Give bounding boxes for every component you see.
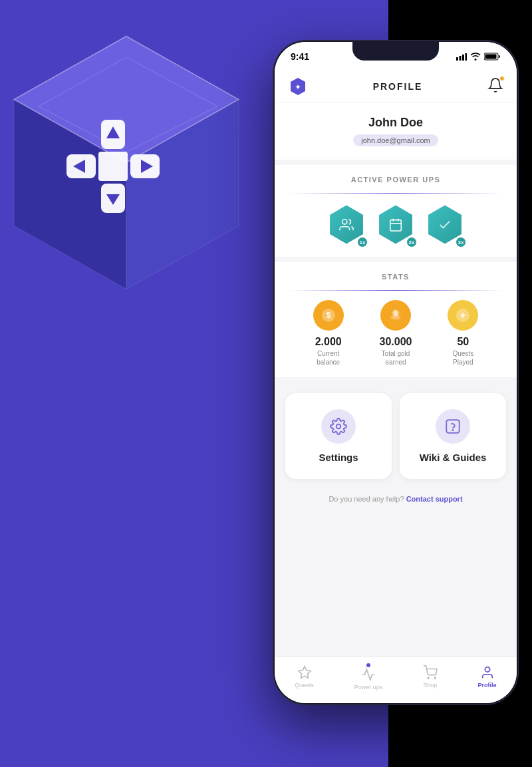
svg-text:✦: ✦ — [295, 82, 301, 92]
stats-title: STATS — [288, 273, 503, 281]
hex-3-label: 3x — [456, 237, 466, 247]
support-row: Do you need any help? Contact support — [275, 490, 517, 511]
quest-sword-icon: + — [455, 307, 471, 323]
quests-nav-icon — [297, 665, 312, 680]
check-icon — [438, 218, 452, 232]
quests-label: QuestsPlayed — [430, 349, 497, 367]
svg-point-38 — [428, 677, 429, 679]
wiki-card[interactable]: Wiki & Guides — [400, 393, 506, 479]
nav-powerups-label: Power ups — [354, 684, 383, 690]
status-time: 9:41 — [291, 51, 309, 62]
svg-marker-37 — [298, 667, 310, 678]
stats-row: $ 2.000 Currentbalance — [288, 300, 503, 367]
stats-section: STATS $ 2.000 Currentba — [275, 262, 517, 377]
powerups-nav-icon — [361, 667, 376, 682]
settings-icon-circle — [321, 409, 356, 444]
status-icons — [456, 53, 501, 61]
svg-point-22 — [342, 219, 347, 224]
nav-shop[interactable]: Shop — [423, 665, 438, 689]
bottom-nav: Quests Power ups Shop — [275, 657, 517, 703]
nav-powerups[interactable]: Power ups — [354, 663, 383, 690]
svg-rect-9 — [98, 152, 128, 181]
stat-total-gold: $ 30.000 Total goldearned — [362, 300, 429, 367]
svg-rect-16 — [462, 55, 464, 61]
hex-1-label: 1x — [357, 237, 368, 247]
svg-text:$: $ — [326, 311, 331, 320]
gold-label: Total goldearned — [362, 349, 429, 367]
nav-quests-label: Quests — [295, 682, 314, 689]
users-icon — [339, 218, 354, 232]
wiki-question-icon — [444, 418, 462, 435]
nav-quests[interactable]: Quests — [295, 665, 314, 689]
svg-rect-15 — [460, 56, 462, 61]
power-up-2[interactable]: 2x — [376, 203, 416, 246]
stats-divider — [288, 290, 503, 291]
profile-nav-icon — [480, 665, 495, 680]
stat-current-balance: $ 2.000 Currentbalance — [295, 300, 362, 367]
header-title: PROFILE — [373, 81, 423, 92]
phone-mockup: 9:41 — [273, 40, 519, 705]
notification-bell[interactable] — [487, 77, 503, 96]
profile-name: John Doe — [288, 116, 503, 130]
power-up-3[interactable]: 3x — [425, 203, 465, 246]
contact-support-link[interactable]: Contact support — [406, 495, 463, 503]
support-text: Do you need any help? — [329, 495, 404, 503]
signal-icon — [456, 53, 467, 61]
quests-value: 50 — [430, 336, 497, 348]
nav-profile[interactable]: Profile — [478, 665, 497, 689]
header-logo[interactable]: ✦ — [288, 77, 308, 96]
svg-point-36 — [452, 430, 453, 430]
svg-point-34 — [336, 424, 341, 429]
wiki-icon-circle — [436, 409, 470, 444]
quest-icon-circle: + — [448, 300, 478, 331]
svg-rect-14 — [456, 57, 458, 61]
hex-2-label: 2x — [406, 237, 417, 247]
gold-value: 30.000 — [362, 336, 429, 348]
balance-value: 2.000 — [295, 336, 362, 348]
power-ups-divider — [288, 193, 503, 194]
wiki-label: Wiki & Guides — [410, 452, 495, 463]
menu-row: Settings Wiki & Guides — [275, 383, 517, 490]
svg-rect-23 — [390, 220, 402, 231]
phone-notch — [352, 42, 439, 61]
settings-card[interactable]: Settings — [285, 393, 392, 479]
app-header: ✦ PROFILE — [275, 71, 517, 102]
balance-icon-circle: $ — [313, 300, 344, 331]
svg-point-39 — [434, 677, 436, 679]
power-ups-title: ACTIVE POWER UPS — [288, 176, 503, 184]
settings-gear-icon — [330, 418, 347, 435]
gold-icon-circle: $ — [380, 300, 411, 331]
gold-stack-icon: $ — [387, 307, 404, 324]
settings-label: Settings — [296, 452, 381, 463]
stat-quests-played: + 50 QuestsPlayed — [430, 300, 497, 367]
power-up-1[interactable]: 1x — [327, 203, 366, 246]
nav-shop-label: Shop — [423, 682, 437, 689]
power-ups-row: 1x 2x — [288, 203, 503, 246]
app-content: John Doe john.doe@gmail.com ACTIVE POWER… — [275, 102, 517, 667]
svg-text:+: + — [460, 310, 466, 321]
profile-email: john.doe@gmail.com — [353, 134, 438, 146]
calendar-icon — [388, 218, 403, 232]
coin-icon: $ — [321, 307, 336, 323]
shop-nav-icon — [423, 665, 438, 680]
power-ups-section: ACTIVE POWER UPS — [275, 165, 517, 257]
svg-point-40 — [485, 667, 489, 672]
balance-label: Currentbalance — [295, 349, 362, 367]
wifi-icon — [470, 53, 481, 61]
profile-section: John Doe john.doe@gmail.com — [275, 102, 517, 160]
svg-rect-19 — [485, 55, 497, 59]
battery-icon — [484, 53, 501, 61]
svg-rect-17 — [466, 53, 467, 61]
svg-text:$: $ — [394, 309, 398, 317]
nav-profile-label: Profile — [478, 682, 497, 689]
